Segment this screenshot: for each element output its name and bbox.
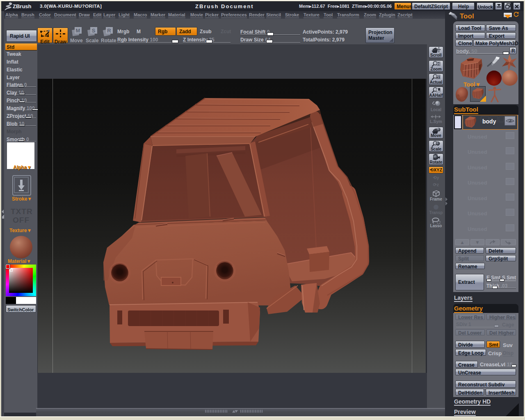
svg-text:M: M bbox=[76, 27, 80, 34]
svg-text:R: R bbox=[107, 27, 111, 34]
svg-text:S: S bbox=[92, 27, 96, 34]
svg-text:x1: x1 bbox=[436, 75, 440, 79]
